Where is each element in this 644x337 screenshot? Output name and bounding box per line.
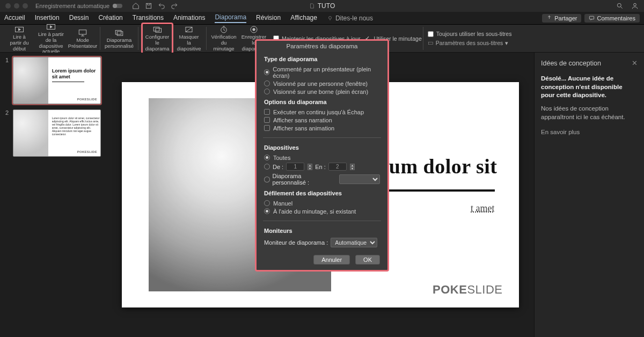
subtitle-settings-dropdown[interactable]: Paramètres des sous-titres ▾: [428, 40, 512, 46]
chevron-down-icon: ▾: [505, 40, 508, 46]
custom-slideshow-select[interactable]: [339, 174, 380, 184]
thumbnail-title: Lorem ipsum dolor sit amet: [52, 68, 100, 80]
thumbnail-number: 2: [5, 109, 10, 157]
close-window-icon[interactable]: [5, 3, 11, 9]
slides-range-radio[interactable]: [264, 164, 270, 170]
loop-until-esc-checkbox[interactable]: Exécuter en continu jusqu'à Échap: [264, 108, 380, 116]
comments-button[interactable]: Commentaires: [584, 14, 640, 23]
redo-icon[interactable]: [171, 2, 178, 10]
play-from-start-button[interactable]: Lire à partir du début: [5, 23, 33, 54]
slide-thumbnail-1[interactable]: 1 Lorem ipsum dolor sit amet POKESLIDE: [5, 57, 101, 104]
slide-brand: POKESLIDE: [433, 283, 502, 297]
slide-thumbnail-2[interactable]: 2 Lorem ipsum dolor sit amet, consectetu…: [5, 109, 101, 157]
share-icon: [546, 15, 552, 21]
svg-rect-11: [156, 28, 162, 33]
always-use-subtitles-checkbox[interactable]: Toujours utiliser les sous-titres: [428, 31, 512, 37]
presenter-view-button[interactable]: Mode Présentateur: [69, 26, 97, 51]
thumbnail-watermark: POKESLIDE: [77, 150, 97, 153]
document-title-text: TUTO: [318, 2, 335, 10]
show-type-presenter-radio[interactable]: Commenté par un présentateur (plein écra…: [264, 65, 380, 79]
setup-slideshow-button[interactable]: Configurer le diaporama: [142, 23, 173, 54]
ok-button[interactable]: OK: [355, 255, 380, 265]
section-slides: Diapositives: [264, 144, 380, 151]
dialog-title: Paramètres du diaporama: [257, 41, 387, 54]
tell-me-label: Dites-le nous: [335, 14, 373, 22]
slide-thumbnails-panel[interactable]: 1 Lorem ipsum dolor sit amet POKESLIDE 2…: [0, 53, 106, 337]
document-icon: [309, 2, 315, 10]
autosave-switch[interactable]: [113, 4, 122, 8]
svg-rect-16: [428, 42, 433, 45]
undo-icon[interactable]: [158, 2, 165, 10]
thumbnail-watermark: POKESLIDE: [77, 98, 97, 101]
slides-to-input[interactable]: [328, 163, 347, 171]
window-traffic-lights[interactable]: [5, 3, 28, 9]
account-icon[interactable]: [631, 2, 639, 10]
design-ideas-title: Idées de conception: [541, 60, 601, 67]
zoom-window-icon[interactable]: [23, 3, 28, 9]
tab-creation[interactable]: Création: [98, 14, 122, 23]
slides-custom-radio[interactable]: [264, 177, 270, 182]
monitor-label: Moniteur de diaporama :: [264, 239, 328, 246]
hide-slide-button[interactable]: Masquer la diapositive: [175, 23, 203, 54]
without-animation-checkbox[interactable]: Afficher sans animation: [264, 124, 380, 132]
svg-point-1: [617, 3, 621, 7]
custom-slideshow-label: Diaporama personnalisé: [105, 38, 134, 49]
tab-affichage[interactable]: Affichage: [290, 14, 317, 23]
tab-revision[interactable]: Révision: [256, 14, 281, 23]
hide-slide-label: Masquer la diapositive: [177, 34, 201, 52]
tab-animations[interactable]: Animations: [173, 14, 205, 23]
slideshow-settings-dialog: Paramètres du diaporama Type de diaporam…: [255, 39, 389, 272]
close-panel-icon[interactable]: ✕: [632, 59, 638, 67]
subtitle-icon: [428, 40, 434, 46]
play-from-current-label: Lire à partir de la diapositive actuelle: [38, 32, 64, 55]
design-ideas-sorry: Désolé... Aucune idée de conception n'es…: [541, 75, 638, 100]
rehearse-timings-button[interactable]: Vérification du minutage: [210, 23, 238, 54]
minimize-window-icon[interactable]: [14, 3, 19, 9]
show-type-individual-radio[interactable]: Visionné par une personne (fenêtre): [264, 79, 380, 87]
tab-accueil[interactable]: Accueil: [4, 14, 25, 23]
lightbulb-icon: [327, 15, 333, 21]
slides-all-radio[interactable]: Toutes: [264, 153, 380, 162]
custom-slideshow-button[interactable]: Diaporama personnalisé: [104, 26, 135, 51]
comment-icon: [589, 15, 595, 21]
design-ideas-body: Nos idées de conception apparaîtront ici…: [541, 104, 638, 121]
section-show-options: Options du diaporama: [264, 99, 380, 105]
titlebar: Enregistrement automatique TUTO: [0, 0, 644, 12]
autosave-label: Enregistrement automatique: [35, 3, 109, 9]
svg-rect-10: [153, 27, 159, 32]
comments-label: Commentaires: [597, 15, 635, 21]
spin-down-icon[interactable]: ▾: [308, 167, 312, 170]
slide-subtitle-text: t amet: [471, 203, 494, 214]
show-type-kiosk-radio[interactable]: Visionné sur une borne (plein écran): [264, 87, 380, 96]
slide-title-text: sum dolor sit: [381, 155, 497, 178]
section-monitors: Moniteurs: [264, 228, 380, 234]
rehearse-timings-label: Vérification du minutage: [211, 34, 237, 52]
advance-timing-radio[interactable]: À l'aide du minutage, si existant: [264, 207, 380, 215]
home-icon[interactable]: [132, 2, 140, 10]
presenter-view-label: Mode Présentateur: [68, 38, 97, 49]
ribbon-tabs: Accueil Insertion Dessin Création Transi…: [0, 12, 644, 25]
advance-manual-radio[interactable]: Manuel: [264, 199, 380, 207]
play-from-current-button[interactable]: Lire à partir de la diapositive actuelle: [35, 20, 67, 57]
share-button[interactable]: Partager: [542, 14, 581, 23]
autosave-toggle[interactable]: Enregistrement automatique: [35, 3, 122, 9]
svg-point-2: [634, 3, 636, 6]
play-from-start-label: Lire à partir du début: [8, 34, 31, 52]
save-icon[interactable]: [145, 2, 152, 10]
svg-rect-4: [590, 16, 594, 19]
tell-me-search[interactable]: Dites-le nous: [327, 14, 373, 22]
thumbnail-number: 1: [5, 57, 10, 104]
without-narration-checkbox[interactable]: Afficher sans narration: [264, 116, 380, 124]
tab-diaporama[interactable]: Diaporama: [215, 13, 246, 23]
cancel-button[interactable]: Annuler: [313, 255, 350, 265]
tab-dessin[interactable]: Dessin: [69, 14, 89, 23]
tab-transitions[interactable]: Transitions: [133, 14, 164, 23]
svg-point-3: [328, 16, 331, 19]
svg-point-15: [253, 28, 255, 31]
slides-from-input[interactable]: [286, 163, 304, 171]
monitor-select[interactable]: Automatique: [331, 238, 377, 247]
search-icon[interactable]: [616, 2, 624, 10]
design-ideas-learn-more-link[interactable]: En savoir plus: [541, 129, 638, 135]
svg-rect-7: [79, 30, 86, 34]
spin-down-icon[interactable]: ▾: [350, 167, 355, 170]
